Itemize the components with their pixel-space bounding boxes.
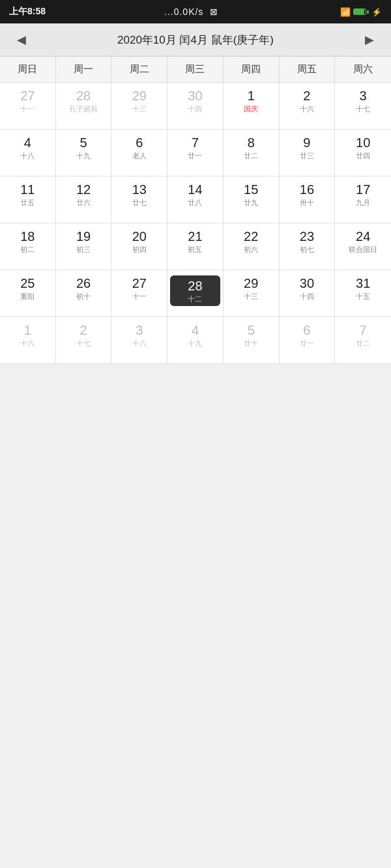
day-subtitle: 廿一 (300, 339, 314, 348)
calendar-day-cell[interactable]: 9廿三 (280, 130, 336, 176)
day-number: 18 (20, 229, 35, 244)
calendar-day-cell[interactable]: 10廿四 (335, 130, 391, 176)
calendar-day-cell[interactable]: 20初四 (111, 223, 167, 270)
day-number: 29 (244, 275, 258, 291)
day-number: 2 (303, 88, 310, 104)
calendar-day-cell[interactable]: 26初十 (56, 270, 112, 317)
day-subtitle: 十八 (132, 339, 147, 348)
day-number: 7 (192, 135, 199, 150)
calendar-day-cell[interactable]: 8廿二 (224, 130, 280, 176)
day-number: 29 (132, 88, 147, 104)
day-subtitle: 十四 (300, 292, 314, 301)
day-subtitle: 廿九 (244, 199, 258, 207)
calendar-day-cell[interactable]: 5十九 (56, 130, 112, 176)
calendar-day-cell[interactable]: 29十三 (224, 270, 280, 317)
calendar-day-cell[interactable]: 11廿五 (0, 176, 56, 223)
day-number: 11 (20, 182, 35, 197)
calendar-day-cell[interactable]: 1十六 (0, 317, 56, 364)
day-subtitle: 联合国日 (349, 245, 377, 254)
calendar-day-cell[interactable]: 3十八 (111, 317, 167, 364)
calendar-day-cell[interactable]: 6老人 (111, 130, 167, 176)
calendar-day-cell[interactable]: 4十八 (0, 130, 56, 176)
calendar-day-cell[interactable]: 2十六 (280, 83, 336, 130)
day-number: 3 (136, 322, 143, 338)
weekday-label: 周五 (280, 57, 336, 82)
day-subtitle: 廿八 (188, 199, 202, 207)
next-month-button[interactable]: ▶ (358, 30, 381, 49)
calendar-day-cell[interactable]: 29十三 (111, 83, 167, 130)
day-subtitle: 十一 (132, 292, 147, 301)
day-number: 20 (132, 229, 147, 244)
day-number: 5 (80, 135, 87, 150)
calendar-day-cell[interactable]: 28十二 (167, 270, 224, 317)
weekday-label: 周三 (167, 57, 224, 82)
calendar-day-cell[interactable]: 30十四 (280, 270, 336, 317)
calendar-day-cell[interactable]: 6廿一 (280, 317, 336, 364)
day-subtitle: 廿五 (20, 199, 35, 207)
calendar-day-cell[interactable]: 24联合国日 (335, 223, 391, 270)
day-number: 24 (356, 229, 370, 244)
day-number: 17 (356, 182, 370, 197)
wifi-icon: 📶 (340, 7, 351, 17)
calendar-day-cell[interactable]: 2十七 (56, 317, 112, 364)
day-number: 19 (76, 229, 91, 244)
day-number: 9 (303, 135, 310, 150)
calendar-day-cell[interactable]: 12廿六 (56, 176, 112, 223)
status-network: ...0.0K/s ⊠ (164, 7, 222, 17)
day-number: 16 (300, 182, 314, 197)
day-subtitle: 孔子诞辰 (69, 105, 98, 113)
day-subtitle: 十六 (20, 339, 35, 348)
day-number: 30 (300, 275, 314, 291)
day-subtitle: 廿三 (300, 152, 314, 160)
day-subtitle: 十五 (356, 292, 370, 301)
day-number: 4 (192, 322, 199, 338)
below-calendar (0, 364, 391, 755)
calendar-day-cell[interactable]: 16卅十 (280, 176, 336, 223)
calendar-day-cell[interactable]: 28孔子诞辰 (56, 83, 112, 130)
day-subtitle: 廿四 (356, 152, 370, 160)
calendar-day-cell[interactable]: 3十七 (335, 83, 391, 130)
calendar-day-cell[interactable]: 25重阳 (0, 270, 56, 317)
calendar-day-cell[interactable]: 15廿九 (224, 176, 280, 223)
calendar-day-cell[interactable]: 18初二 (0, 223, 56, 270)
status-time: 上午8:58 (9, 6, 46, 18)
prev-month-button[interactable]: ◀ (10, 30, 33, 49)
day-subtitle: 初二 (20, 245, 35, 254)
calendar-day-cell[interactable]: 17九月 (335, 176, 391, 223)
day-number: 12 (76, 182, 91, 197)
day-subtitle: 十七 (356, 105, 370, 113)
calendar-day-cell[interactable]: 30十四 (167, 83, 224, 130)
calendar-day-cell[interactable]: 4十九 (167, 317, 224, 364)
day-subtitle: 十七 (76, 339, 91, 348)
calendar-day-cell[interactable]: 7廿一 (167, 130, 224, 176)
day-subtitle: 卅十 (300, 199, 314, 207)
weekday-label: 周四 (224, 57, 280, 82)
calendar-day-cell[interactable]: 13廿七 (111, 176, 167, 223)
calendar-day-cell[interactable]: 27十一 (0, 83, 56, 130)
day-subtitle: 廿二 (356, 339, 370, 348)
day-number: 27 (132, 275, 147, 291)
weekday-label: 周六 (335, 57, 391, 82)
day-subtitle: 初十 (76, 292, 91, 301)
day-number: 8 (248, 135, 255, 150)
day-number: 22 (244, 229, 258, 244)
calendar-day-cell[interactable]: 1国庆 (224, 83, 280, 130)
day-subtitle: 九月 (356, 199, 370, 207)
calendar-day-cell[interactable]: 27十一 (111, 270, 167, 317)
calendar-day-cell[interactable]: 19初三 (56, 223, 112, 270)
calendar-day-cell[interactable]: 22初六 (224, 223, 280, 270)
day-number: 28 (188, 278, 202, 294)
battery-level: ⚡ (371, 7, 382, 17)
day-number: 21 (188, 229, 202, 244)
weekday-headers: 周日周一周二周三周四周五周六 (0, 57, 391, 83)
calendar-day-cell[interactable]: 21初五 (167, 223, 224, 270)
day-subtitle: 十四 (188, 105, 202, 113)
day-subtitle: 廿二 (244, 152, 258, 160)
weekday-label: 周日 (0, 57, 56, 82)
calendar-day-cell[interactable]: 7廿二 (335, 317, 391, 364)
calendar-day-cell[interactable]: 23初七 (280, 223, 336, 270)
day-subtitle: 十一 (20, 105, 35, 113)
calendar-day-cell[interactable]: 14廿八 (167, 176, 224, 223)
calendar-day-cell[interactable]: 5廿十 (224, 317, 280, 364)
calendar-day-cell[interactable]: 31十五 (335, 270, 391, 317)
